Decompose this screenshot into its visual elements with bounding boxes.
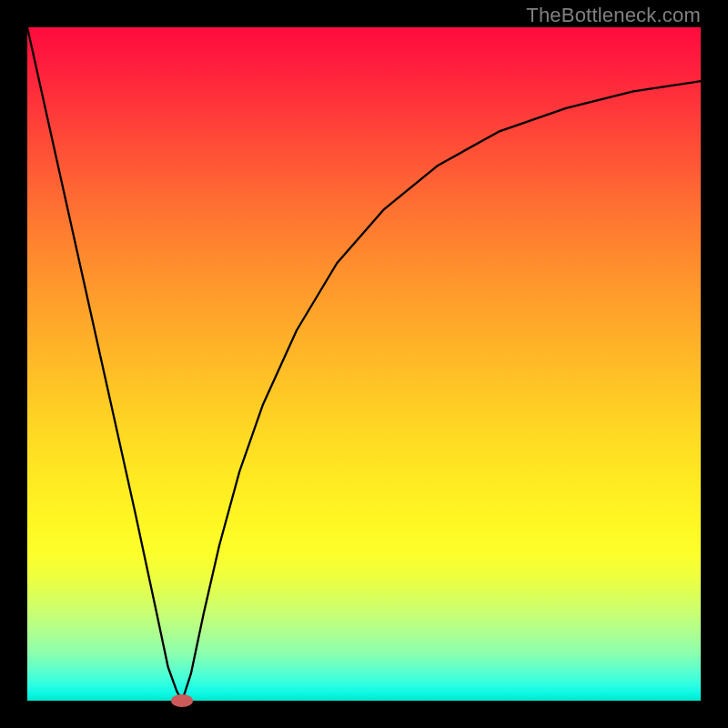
curve-left-branch [27, 27, 182, 701]
vertex-marker [171, 694, 193, 706]
plot-area [27, 27, 701, 701]
watermark-text: TheBottleneck.com [526, 4, 701, 27]
chart-frame: TheBottleneck.com [0, 0, 728, 728]
curve-right-branch [182, 81, 701, 701]
curve-svg [27, 27, 701, 701]
